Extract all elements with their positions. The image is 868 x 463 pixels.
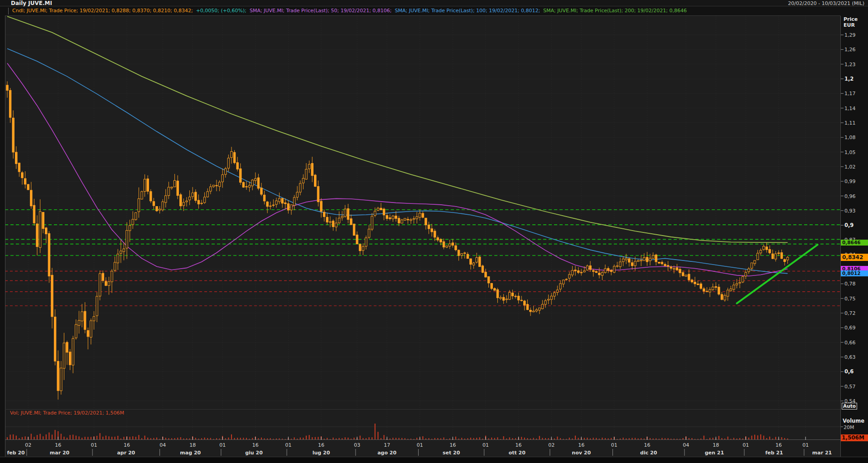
chart-title: Daily JUVE.MI xyxy=(11,0,52,6)
date-tick-label: 16 xyxy=(124,442,130,448)
legend-change: +0,0050; (+0,60%); xyxy=(196,8,246,14)
title-bar: Daily JUVE.MI 20/02/2020 - 10/03/2021 (M… xyxy=(0,0,868,6)
price-tick-label: 0,96 xyxy=(844,193,856,199)
date-tick-label: 18 xyxy=(189,442,196,448)
bottom-strip xyxy=(0,458,868,463)
date-tick-label: 16 xyxy=(578,442,584,448)
month-label: giu 20 xyxy=(245,450,263,456)
price-tick-label: 0,99 xyxy=(844,178,856,184)
price-tag: 0,8646 xyxy=(841,240,868,246)
date-tick-label: 04 xyxy=(683,442,689,448)
date-tick-label: 01 xyxy=(743,442,749,448)
month-label: feb 21 xyxy=(765,450,783,456)
price-tick-label: 1,08 xyxy=(844,135,856,140)
price-axis-unit: Price xyxy=(844,16,858,22)
price-axis: 1,291,261,231,21,171,141,111,081,051,020… xyxy=(841,32,856,427)
legend-sma100[interactable]: SMA; JUVE.MI; Trade Price(Last); 100; 19… xyxy=(395,8,540,14)
date-tick-label: 02 xyxy=(25,442,31,448)
price-tick-label: 1,17 xyxy=(844,91,856,96)
price-tick-label: 0,6 xyxy=(844,368,854,375)
date-range: 20/02/2020 - 10/03/2021 (MIL) xyxy=(788,0,864,6)
price-tick-label: 1,29 xyxy=(844,32,856,38)
date-tick-label: 01 xyxy=(417,442,423,448)
price-tick-label: 0,69 xyxy=(844,325,856,331)
date-tick-label: 01 xyxy=(219,442,226,448)
price-tick-label: 0,57 xyxy=(844,384,856,390)
price-tick-label: 1,02 xyxy=(844,164,856,170)
date-tick-label: 03 xyxy=(354,442,360,448)
date-tick-label: 01 xyxy=(91,442,97,448)
date-tick-label: 04 xyxy=(159,442,166,448)
volume-value-tag: 1,506M xyxy=(841,434,868,441)
price-tick-label: 1,11 xyxy=(844,120,856,126)
chart-window: 1,291,261,231,21,171,141,111,081,051,020… xyxy=(0,0,868,463)
date-tick-label: 16 xyxy=(252,442,259,448)
date-tick-label: 17 xyxy=(384,442,390,448)
price-tick-label: 0,66 xyxy=(844,340,856,346)
date-tick-label: 16 xyxy=(55,442,61,448)
price-axis-currency: EUR xyxy=(844,22,855,28)
price-tick-label: 1,2 xyxy=(844,76,854,82)
legend-sma50[interactable]: SMA; JUVE.MI; Trade Price(Last); 50; 19/… xyxy=(250,8,392,14)
date-tick-label: 01 xyxy=(285,442,291,448)
month-label: mag 20 xyxy=(180,450,201,456)
price-tag: 0,8012 xyxy=(841,270,868,276)
volume-axis-title: Volume xyxy=(843,418,864,424)
legend-candle[interactable]: Cndl; JUVE.MI; Trade Price; 19/02/2021; … xyxy=(12,8,193,14)
price-legend-row[interactable]: Cndl; JUVE.MI; Trade Price; 19/02/2021; … xyxy=(8,8,690,14)
date-tick-label: 01 xyxy=(611,442,617,448)
month-label: lug 20 xyxy=(313,450,330,456)
price-tick-label: 0,72 xyxy=(844,310,856,316)
date-tick-label: 16 xyxy=(644,442,650,448)
volume-legend[interactable]: Vol; JUVE.MI; Trade Price; 19/02/2021; 1… xyxy=(10,410,124,416)
month-label: ott 20 xyxy=(509,450,526,456)
month-label: ago 20 xyxy=(377,450,396,456)
price-tag: 0,8342 xyxy=(841,254,868,261)
date-tick-label: 16 xyxy=(449,442,456,448)
price-tick-label: 1,14 xyxy=(844,106,856,111)
month-label: apr 20 xyxy=(117,450,135,456)
price-tick-label: 0,63 xyxy=(844,354,856,360)
date-tick-label: 16 xyxy=(516,442,522,448)
price-tick-label: 0,93 xyxy=(844,208,856,214)
legend-sma200[interactable]: SMA; JUVE.MI; Trade Price(Last); 200; 19… xyxy=(543,8,687,14)
date-tick-label: 01 xyxy=(482,442,489,448)
date-tick-label: 16 xyxy=(318,442,324,448)
price-tick-label: 1,05 xyxy=(844,150,856,155)
month-label: feb 20 xyxy=(7,450,25,456)
auto-scale-button[interactable]: Auto xyxy=(842,403,857,410)
month-label: mar 20 xyxy=(50,450,70,456)
price-tick-label: 1,26 xyxy=(844,47,856,53)
month-label: mar 21 xyxy=(812,450,832,456)
date-tick-label: 18 xyxy=(713,442,719,448)
volume-axis-tick: 20M xyxy=(844,424,854,430)
plot-background xyxy=(5,16,840,457)
price-tick-label: 0,78 xyxy=(844,281,856,287)
date-tick-label: 01 xyxy=(802,442,809,448)
month-label: nov 20 xyxy=(572,450,591,456)
month-label: gen 21 xyxy=(705,450,724,456)
date-tick-label: 02 xyxy=(548,442,555,448)
price-tick-label: 0,9 xyxy=(844,222,854,228)
price-tick-label: 0,75 xyxy=(844,296,856,302)
date-tick-label: 16 xyxy=(776,442,782,448)
month-label: set 20 xyxy=(443,450,460,456)
chart-canvas[interactable]: 1,291,261,231,21,171,141,111,081,051,020… xyxy=(0,0,868,463)
month-label: dic 20 xyxy=(640,450,657,456)
price-tick-label: 1,23 xyxy=(844,62,856,68)
